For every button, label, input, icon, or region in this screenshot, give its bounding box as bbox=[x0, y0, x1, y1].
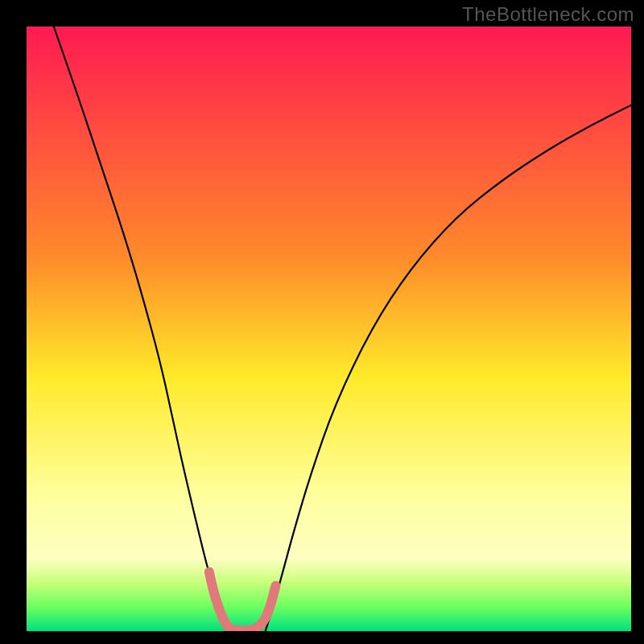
chart-container: TheBottleneck.com bbox=[0, 0, 644, 644]
bottleneck-chart-canvas bbox=[0, 0, 644, 644]
watermark-text: TheBottleneck.com bbox=[462, 3, 634, 26]
